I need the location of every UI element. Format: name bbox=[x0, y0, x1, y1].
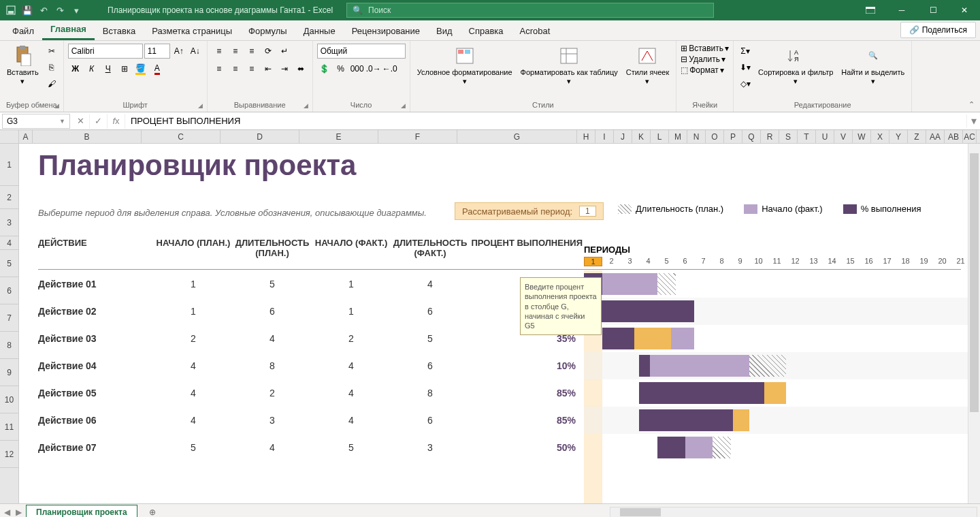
sort-filter-button[interactable]: AЯСортировка и фильтр▾ bbox=[755, 44, 836, 87]
maximize-button[interactable]: ☐ bbox=[917, 0, 949, 20]
row-header[interactable]: 9 bbox=[0, 359, 18, 386]
align-right-button[interactable]: ≡ bbox=[244, 61, 259, 76]
font-size-select[interactable] bbox=[144, 44, 170, 59]
launcher-icon[interactable]: ◢ bbox=[304, 102, 308, 109]
col-header[interactable]: D bbox=[220, 130, 299, 143]
select-all-corner[interactable] bbox=[0, 130, 19, 143]
cut-button[interactable]: ✂ bbox=[44, 44, 59, 59]
row-header[interactable]: 7 bbox=[0, 304, 18, 332]
autosum-button[interactable]: Σ▾ bbox=[738, 44, 753, 59]
col-header[interactable]: Q bbox=[742, 130, 761, 143]
col-header[interactable]: I bbox=[595, 130, 614, 143]
increase-decimal-button[interactable]: .0→ bbox=[366, 61, 381, 76]
col-header[interactable]: S bbox=[779, 130, 798, 143]
align-left-button[interactable]: ≡ bbox=[212, 61, 227, 76]
row-header[interactable]: 10 bbox=[0, 386, 18, 413]
insert-cells-button[interactable]: ⊞Вставить ▾ bbox=[681, 44, 729, 53]
conditional-formatting-button[interactable]: Условное форматирование▾ bbox=[414, 44, 515, 87]
number-format-select[interactable] bbox=[317, 44, 406, 59]
col-header[interactable]: F bbox=[378, 130, 457, 143]
comma-button[interactable]: 000 bbox=[350, 61, 365, 76]
col-header[interactable]: R bbox=[761, 130, 779, 143]
col-header[interactable]: U bbox=[816, 130, 834, 143]
col-header[interactable]: O bbox=[706, 130, 724, 143]
expand-formula-bar-button[interactable]: ▾ bbox=[966, 114, 980, 127]
horizontal-scrollbar[interactable] bbox=[610, 507, 977, 517]
row-header[interactable]: 4 bbox=[0, 236, 18, 250]
percent-button[interactable]: % bbox=[333, 61, 348, 76]
row-header[interactable]: 2 bbox=[0, 186, 18, 209]
autosave-icon[interactable] bbox=[4, 3, 18, 17]
bold-button[interactable]: Ж bbox=[68, 61, 83, 76]
delete-cells-button[interactable]: ⊟Удалить ▾ bbox=[681, 54, 725, 64]
copy-button[interactable]: ⎘ bbox=[44, 60, 59, 75]
merge-button[interactable]: ⬌ bbox=[293, 61, 308, 76]
col-header[interactable]: K bbox=[632, 130, 651, 143]
sheet-nav-prev[interactable]: ◀ bbox=[4, 507, 10, 517]
period-value-input[interactable]: 1 bbox=[579, 206, 596, 217]
enter-formula-button[interactable]: ✓ bbox=[90, 114, 108, 129]
decrease-decimal-button[interactable]: ←.0 bbox=[382, 61, 397, 76]
col-header[interactable]: Y bbox=[889, 130, 908, 143]
col-header[interactable]: Z bbox=[908, 130, 926, 143]
fx-button[interactable]: fx bbox=[108, 114, 125, 129]
format-painter-button[interactable]: 🖌 bbox=[44, 76, 59, 91]
underline-button[interactable]: Ч bbox=[101, 61, 116, 76]
scrollbar-thumb[interactable] bbox=[620, 508, 661, 516]
align-center-button[interactable]: ≡ bbox=[228, 61, 243, 76]
launcher-icon[interactable]: ◢ bbox=[54, 102, 59, 109]
col-header[interactable]: W bbox=[853, 130, 871, 143]
qat-customize-icon[interactable]: ▾ bbox=[69, 3, 83, 17]
col-header[interactable]: N bbox=[687, 130, 706, 143]
ribbon-options-icon[interactable] bbox=[855, 0, 886, 20]
row-header[interactable]: 3 bbox=[0, 209, 18, 236]
table-row[interactable]: Действие 01 1 5 1 4 25% bbox=[38, 270, 980, 298]
col-header[interactable]: AA bbox=[926, 130, 945, 143]
col-header[interactable]: A bbox=[19, 130, 33, 143]
share-button[interactable]: 🔗Поделиться bbox=[900, 22, 976, 38]
align-top-button[interactable]: ≡ bbox=[212, 44, 227, 59]
col-header[interactable]: P bbox=[724, 130, 742, 143]
table-row[interactable]: Действие 03 2 4 2 5 35% bbox=[38, 325, 980, 352]
col-header[interactable]: X bbox=[871, 130, 889, 143]
save-icon[interactable]: 💾 bbox=[20, 3, 34, 17]
col-header[interactable]: T bbox=[798, 130, 816, 143]
format-cells-button[interactable]: ⬚Формат ▾ bbox=[681, 65, 724, 75]
fill-button[interactable]: ⬇▾ bbox=[738, 60, 753, 75]
col-header[interactable]: L bbox=[651, 130, 669, 143]
tab-help[interactable]: Справка bbox=[461, 22, 512, 40]
undo-icon[interactable]: ↶ bbox=[37, 3, 50, 17]
col-header[interactable]: G bbox=[457, 130, 577, 143]
decrease-indent-button[interactable]: ⇤ bbox=[261, 61, 276, 76]
fill-color-button[interactable]: 🪣 bbox=[133, 61, 148, 76]
scrollbar-thumb[interactable] bbox=[970, 153, 979, 412]
table-row[interactable]: Действие 02 1 6 1 6 100% bbox=[38, 298, 980, 325]
row-header[interactable]: 6 bbox=[0, 277, 18, 304]
col-header[interactable]: H bbox=[577, 130, 595, 143]
row-header[interactable]: 5 bbox=[0, 250, 18, 277]
name-box[interactable]: G3▼ bbox=[2, 114, 70, 129]
increase-font-button[interactable]: A↑ bbox=[172, 44, 186, 59]
tab-review[interactable]: Рецензирование bbox=[344, 22, 428, 40]
align-middle-button[interactable]: ≡ bbox=[228, 44, 243, 59]
table-row[interactable]: Действие 06 4 3 4 6 85% bbox=[38, 407, 980, 434]
increase-indent-button[interactable]: ⇥ bbox=[277, 61, 292, 76]
tab-layout[interactable]: Разметка страницы bbox=[144, 22, 240, 40]
col-header[interactable]: AC bbox=[963, 130, 977, 143]
font-name-select[interactable] bbox=[68, 44, 143, 59]
collapse-ribbon-button[interactable]: ⌃ bbox=[968, 100, 975, 109]
row-header[interactable]: 12 bbox=[0, 441, 18, 468]
format-as-table-button[interactable]: Форматировать как таблицу▾ bbox=[518, 44, 621, 87]
vertical-scrollbar[interactable] bbox=[968, 144, 980, 503]
tab-data[interactable]: Данные bbox=[295, 22, 344, 40]
launcher-icon[interactable]: ◢ bbox=[198, 102, 203, 109]
row-header[interactable]: 8 bbox=[0, 332, 18, 359]
redo-icon[interactable]: ↷ bbox=[53, 3, 67, 17]
worksheet-grid[interactable]: ABCDEFGHIJKLMNOPQRSTUVWXYZAAABAC 1234567… bbox=[0, 130, 980, 503]
col-header[interactable]: AB bbox=[945, 130, 963, 143]
borders-button[interactable]: ⊞ bbox=[117, 61, 132, 76]
table-row[interactable]: Действие 04 4 8 4 6 10% bbox=[38, 352, 980, 379]
col-header[interactable]: M bbox=[669, 130, 687, 143]
tab-view[interactable]: Вид bbox=[428, 22, 461, 40]
table-row[interactable]: Действие 07 5 4 5 3 50% bbox=[38, 434, 980, 461]
